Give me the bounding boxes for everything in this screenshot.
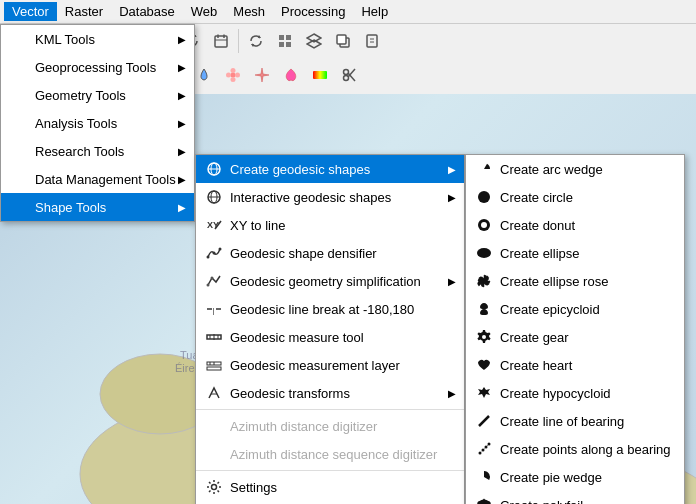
geometry-icon	[9, 85, 29, 105]
svg-rect-28	[337, 35, 346, 44]
menu-item-circle[interactable]: Create circle	[466, 183, 684, 211]
menu-item-azimuth-digitizer: Azimuth distance digitizer	[196, 412, 464, 440]
create-heart-icon	[474, 355, 494, 375]
svg-rect-22	[286, 35, 291, 40]
menu-item-measure-tool[interactable]: Geodesic measure tool	[196, 323, 464, 351]
analysis-icon	[9, 113, 29, 133]
simplify-icon	[204, 271, 224, 291]
svg-point-39	[231, 68, 236, 73]
tb-sparkle[interactable]	[248, 61, 276, 89]
svg-text:|: |	[213, 306, 215, 315]
svg-rect-17	[215, 36, 227, 47]
menu-item-data-management[interactable]: Data Management Tools ▶	[1, 165, 194, 193]
menu-item-arc-wedge[interactable]: Create arc wedge	[466, 155, 684, 183]
menu-processing[interactable]: Processing	[273, 2, 353, 21]
menu-item-geodesic-simplification[interactable]: Geodesic geometry simplification ▶	[196, 267, 464, 295]
svg-rect-21	[279, 35, 284, 40]
svg-point-101	[478, 191, 490, 203]
tb-calendar[interactable]	[207, 27, 235, 55]
transforms-icon	[204, 383, 224, 403]
create-ellipse-rose-icon	[474, 271, 494, 291]
sep-1	[196, 409, 464, 410]
tb-copy[interactable]	[329, 27, 357, 55]
create-hypocycloid-icon	[474, 383, 494, 403]
research-icon	[9, 141, 29, 161]
menu-item-settings[interactable]: Settings	[196, 473, 464, 501]
azimuth-seq-icon	[204, 444, 224, 464]
svg-rect-23	[279, 42, 284, 47]
menu-item-donut[interactable]: Create donut	[466, 211, 684, 239]
geodesic-shapes-icon	[204, 159, 224, 179]
tb-flower[interactable]	[219, 61, 247, 89]
vector-menu: KML Tools ▶ Geoprocessing Tools ▶ Geomet…	[0, 24, 195, 222]
measurement-layer-icon	[204, 355, 224, 375]
svg-rect-24	[286, 42, 291, 47]
menu-item-points-bearing[interactable]: Create points along a bearing	[466, 435, 684, 463]
tb-paste[interactable]	[358, 27, 386, 55]
svg-point-110	[485, 446, 488, 449]
svg-point-86	[211, 277, 214, 280]
menu-help[interactable]: Help	[353, 2, 396, 21]
vector-dropdown: KML Tools ▶ Geoprocessing Tools ▶ Geomet…	[0, 24, 195, 222]
create-ellipse-icon	[474, 243, 494, 263]
svg-point-98	[212, 485, 217, 490]
menu-item-xy-to-line[interactable]: XY XY to line	[196, 211, 464, 239]
menu-item-epicycloid[interactable]: Create epicycloid	[466, 295, 684, 323]
menu-item-research[interactable]: Research Tools ▶	[1, 137, 194, 165]
geodesic-shapes-submenu: Create arc wedge Create circle Create do…	[465, 154, 685, 504]
svg-point-82	[207, 256, 210, 259]
menu-item-geoprocessing[interactable]: Geoprocessing Tools ▶	[1, 53, 194, 81]
menu-item-ellipse-rose[interactable]: Create ellipse rose	[466, 267, 684, 295]
create-circle-icon	[474, 187, 494, 207]
data-mgmt-icon	[9, 169, 29, 189]
menu-item-analysis[interactable]: Analysis Tools ▶	[1, 109, 194, 137]
svg-rect-29	[367, 35, 377, 47]
menu-item-hypocycloid[interactable]: Create hypocycloid	[466, 379, 684, 407]
menu-item-geodesic-transforms[interactable]: Geodesic transforms ▶	[196, 379, 464, 407]
svg-point-109	[482, 449, 485, 452]
svg-rect-43	[313, 71, 327, 79]
menu-item-geodesic-densifier[interactable]: Geodesic shape densifier	[196, 239, 464, 267]
tb-grid[interactable]	[271, 27, 299, 55]
svg-rect-95	[207, 367, 221, 370]
svg-point-111	[488, 443, 491, 446]
menu-item-geometry[interactable]: Geometry Tools ▶	[1, 81, 194, 109]
menu-item-line-break[interactable]: | Geodesic line break at -180,180	[196, 295, 464, 323]
create-line-bearing-icon	[474, 411, 494, 431]
measure-icon	[204, 327, 224, 347]
svg-point-108	[479, 452, 482, 455]
menu-database[interactable]: Database	[111, 2, 183, 21]
create-polyfoil-icon	[474, 495, 494, 504]
svg-point-85	[207, 284, 210, 287]
tb-special1[interactable]	[277, 61, 305, 89]
menu-web[interactable]: Web	[183, 2, 226, 21]
menu-item-heart[interactable]: Create heart	[466, 351, 684, 379]
create-epicycloid-icon	[474, 299, 494, 319]
svg-point-84	[219, 248, 222, 251]
create-gear-icon	[474, 327, 494, 347]
menu-mesh[interactable]: Mesh	[225, 2, 273, 21]
menu-item-create-geodesic[interactable]: Create geodesic shapes ▶	[196, 155, 464, 183]
menu-item-polyfoil[interactable]: Create polyfoil	[466, 491, 684, 504]
menu-item-ellipse[interactable]: Create ellipse	[466, 239, 684, 267]
svg-point-38	[231, 73, 236, 78]
tb-sync[interactable]	[242, 27, 270, 55]
menu-vector[interactable]: Vector	[4, 2, 57, 21]
svg-point-41	[226, 73, 231, 78]
svg-line-106	[479, 416, 489, 426]
menu-item-kml-tools[interactable]: KML Tools ▶	[1, 25, 194, 53]
kml-icon	[9, 29, 29, 49]
svg-point-42	[235, 73, 240, 78]
svg-point-105	[482, 335, 486, 339]
tb-gradient[interactable]	[306, 61, 334, 89]
menu-item-measurement-layer[interactable]: Geodesic measurement layer	[196, 351, 464, 379]
menu-raster[interactable]: Raster	[57, 2, 111, 21]
menu-item-line-bearing[interactable]: Create line of bearing	[466, 407, 684, 435]
tb-layers[interactable]	[300, 27, 328, 55]
tb-sep-1	[238, 29, 239, 53]
menu-item-pie-wedge[interactable]: Create pie wedge	[466, 463, 684, 491]
tb-scissors[interactable]	[335, 61, 363, 89]
menu-item-gear[interactable]: Create gear	[466, 323, 684, 351]
menu-item-shape-tools[interactable]: Shape Tools ▶	[1, 193, 194, 221]
menu-item-interactive-geodesic[interactable]: Interactive geodesic shapes ▶	[196, 183, 464, 211]
